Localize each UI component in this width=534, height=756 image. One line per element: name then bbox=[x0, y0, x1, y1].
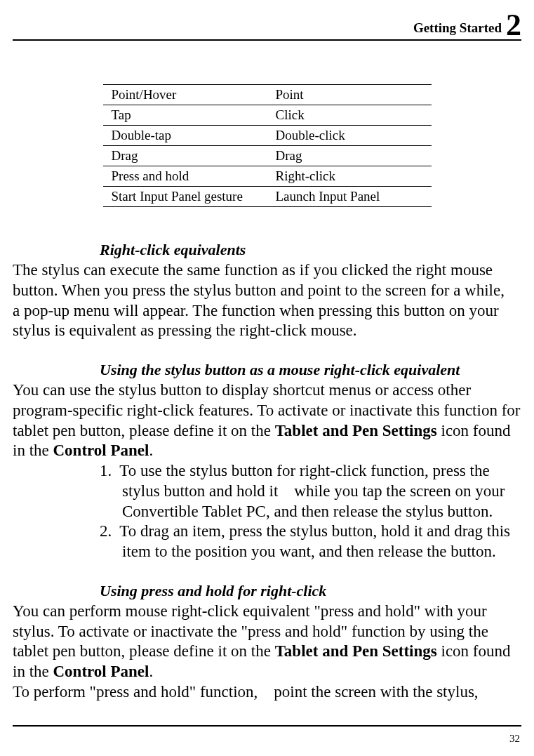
table-cell-mouse: Launch Input Panel bbox=[267, 187, 432, 207]
table-row: Point/HoverPoint bbox=[103, 85, 432, 105]
page-header: Getting Started 2 bbox=[13, 7, 521, 41]
table-cell-gesture: Drag bbox=[103, 146, 267, 166]
list-item: 2. To drag an item, press the stylus but… bbox=[100, 522, 521, 562]
table-cell-mouse: Drag bbox=[267, 146, 432, 166]
bold-tablet-pen-settings: Tablet and Pen Settings bbox=[275, 422, 437, 439]
section-heading-right-click-equivalents: Right-click equivalents bbox=[100, 241, 521, 259]
text-run: . bbox=[149, 663, 153, 680]
list-number: 2. bbox=[100, 522, 112, 540]
table-row: Double-tapDouble-click bbox=[103, 126, 432, 146]
section-heading-press-hold: Using press and hold for right-click bbox=[100, 582, 521, 600]
table-row: TapClick bbox=[103, 105, 432, 126]
section-body: You can perform mouse right-click equiva… bbox=[13, 602, 521, 682]
section-body: The stylus can execute the same function… bbox=[13, 260, 521, 341]
list-item: 1. To use the stylus button for right-cl… bbox=[100, 461, 521, 522]
table-cell-mouse: Point bbox=[267, 85, 432, 105]
header-title: Getting Started bbox=[413, 20, 502, 36]
section-heading-stylus-button: Using the stylus button as a mouse right… bbox=[100, 361, 521, 379]
table-cell-gesture: Tap bbox=[103, 105, 267, 126]
table-row: Start Input Panel gestureLaunch Input Pa… bbox=[103, 187, 432, 207]
list-number: 1. bbox=[100, 462, 112, 479]
table-cell-mouse: Double-click bbox=[267, 126, 432, 146]
table-cell-gesture: Point/Hover bbox=[103, 85, 267, 105]
table-cell-gesture: Double-tap bbox=[103, 126, 267, 146]
list-text: To use the stylus button for right-click… bbox=[119, 462, 505, 520]
list-text: To drag an item, press the stylus button… bbox=[119, 522, 510, 560]
page-content: Point/HoverPointTapClickDouble-tapDouble… bbox=[13, 84, 521, 703]
chapter-number: 2 bbox=[506, 10, 521, 41]
gesture-mapping-table: Point/HoverPointTapClickDouble-tapDouble… bbox=[103, 84, 432, 207]
table-cell-gesture: Press and hold bbox=[103, 166, 267, 187]
section-body: To perform "press and hold" function, po… bbox=[13, 682, 521, 703]
numbered-list: 1. To use the stylus button for right-cl… bbox=[13, 461, 521, 562]
table-cell-mouse: Right-click bbox=[267, 166, 432, 187]
table-cell-mouse: Click bbox=[267, 105, 432, 126]
table-row: DragDrag bbox=[103, 146, 432, 166]
table-cell-gesture: Start Input Panel gesture bbox=[103, 187, 267, 207]
bold-control-panel: Control Panel bbox=[53, 663, 149, 680]
section-body: You can use the stylus button to display… bbox=[13, 380, 521, 461]
page-number: 32 bbox=[509, 733, 520, 745]
bold-control-panel: Control Panel bbox=[53, 442, 149, 459]
bold-tablet-pen-settings: Tablet and Pen Settings bbox=[275, 642, 437, 660]
table-row: Press and holdRight-click bbox=[103, 166, 432, 187]
text-run: . bbox=[149, 442, 153, 459]
footer-rule bbox=[13, 725, 521, 727]
